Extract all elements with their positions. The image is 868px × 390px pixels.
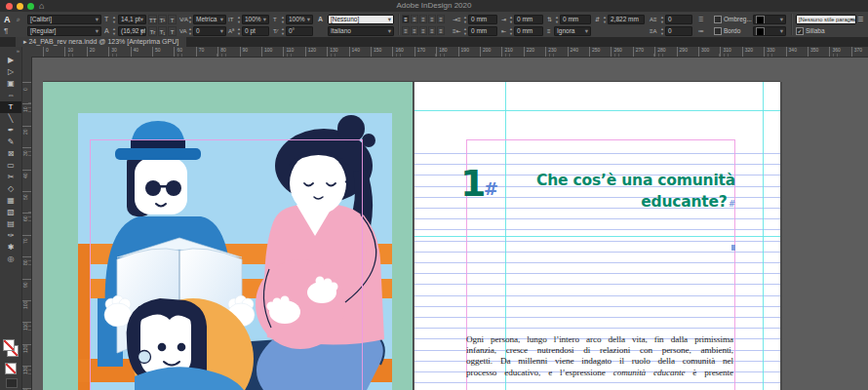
ruler-tick: 320 [742, 47, 764, 57]
panel-menu-icon[interactable]: ☰ [857, 15, 863, 24]
font-search-icon[interactable]: ⌕ [17, 15, 20, 24]
rectangle-frame-tool[interactable]: ⊠ [0, 148, 21, 160]
kerning-select[interactable]: ▾Metrica [193, 15, 226, 24]
hand-tool[interactable]: ✱ [0, 242, 21, 254]
apply-none-button[interactable] [5, 363, 17, 374]
last-line-indent-field[interactable]: 0 mm [514, 26, 543, 36]
ruler-tick: 30 [108, 47, 130, 57]
normal-view-button[interactable] [6, 378, 18, 388]
paragraph-style-select[interactable]: ▾[Nessuno stile paragrafo] [796, 15, 856, 24]
dropcap-chars-field[interactable]: 0 [665, 26, 692, 36]
page-tool[interactable]: ▣ [0, 78, 21, 90]
right-indent-field[interactable]: 0 mm [468, 26, 497, 36]
note-tool[interactable]: ▤ [0, 218, 21, 230]
vertical-scale-field[interactable]: ▾100% [242, 15, 269, 24]
ruler-tick: 80 [217, 47, 239, 57]
justify-last-center-button[interactable]: ≡ [402, 26, 410, 35]
body-text-frame[interactable]: Ogni persona, lungo l’intero arco della … [466, 334, 733, 378]
justify-all-button[interactable]: ≡ [437, 15, 445, 23]
hyphenate-checkbox[interactable]: ✓Sillaba [796, 26, 825, 36]
font-size-stepper[interactable]: ▲▼ [111, 15, 117, 24]
align-left-button[interactable]: ≡ [402, 15, 410, 23]
skew-field[interactable]: 0° [286, 26, 313, 36]
justify-last-left-button[interactable]: ≡ [428, 15, 436, 23]
line-tool[interactable]: ╲ [0, 113, 21, 125]
baseline-shift-field[interactable]: 0 pt [242, 26, 269, 36]
gap-tool[interactable]: ⇔ [0, 90, 21, 101]
right-page[interactable]: 1 # Che cos’è una comunità educante?# Og… [414, 82, 780, 390]
superscript-button[interactable]: T¹ [158, 15, 167, 24]
ruler-tick: 110 [283, 47, 304, 57]
fill-swatch-none[interactable] [3, 339, 15, 351]
type-tool[interactable]: T [0, 101, 21, 113]
ruler-tick: 100 [261, 47, 283, 57]
left-indent-field[interactable]: 0 mm [468, 15, 497, 24]
space-after-field[interactable]: 2,822 mm [608, 15, 645, 24]
zoom-tool[interactable]: ◎ [0, 254, 21, 265]
strikethrough-button[interactable]: T [168, 26, 177, 36]
align-right-button[interactable]: ≡ [419, 15, 427, 23]
align-center-button[interactable]: ≡ [411, 15, 418, 23]
bulleted-list-icon[interactable]: ☰ [698, 15, 703, 24]
ruler-tick: 270 [633, 47, 654, 57]
same-style-spacing-select[interactable]: ▾Ignora [554, 26, 591, 36]
scissors-tool[interactable]: ✂ [0, 172, 21, 183]
ruler-tick: 0 [21, 82, 31, 103]
leading-stepper[interactable]: ▲▼ [111, 26, 117, 36]
left-page[interactable] [43, 82, 413, 390]
direct-selection-tool[interactable]: ▷ [0, 66, 21, 78]
font-size-field[interactable]: ▾14,1 pt [118, 15, 146, 24]
all-caps-button[interactable]: TT [148, 15, 157, 24]
body-text-segment: Ogni persona, lungo l’intero arco della … [466, 334, 733, 344]
tab-arrow-icon: ▸ [23, 38, 27, 45]
horizontal-scale-field[interactable]: ▾100% [286, 15, 313, 24]
subscript-button[interactable]: T₁ [158, 26, 167, 36]
font-family-select[interactable]: ▾[Calibri] [27, 15, 101, 24]
ruler-tick: 290 [677, 47, 698, 57]
pen-tool[interactable]: ✒ [0, 125, 21, 136]
shading-checkbox[interactable]: Ombreg... [714, 15, 752, 24]
tracking-select[interactable]: ▾0 [193, 26, 226, 36]
align-to-spine-button[interactable]: ≡ [419, 26, 427, 35]
paragraph-formatting-icon[interactable]: ¶ [4, 26, 8, 36]
justify-last-right-button[interactable]: ≡ [411, 26, 418, 35]
gradient-swatch-tool[interactable]: ▦ [0, 195, 21, 207]
cyan-guide-horizontal[interactable] [414, 110, 780, 111]
dropcap-lines-field[interactable]: 0 [665, 15, 692, 24]
leading-field[interactable]: ▾(16,92 pt) [118, 26, 146, 36]
gradient-feather-tool[interactable]: ▧ [0, 207, 21, 218]
space-before-field[interactable]: 0 mm [560, 15, 591, 24]
horizontal-ruler[interactable]: 0102030405060708090100110120130140150160… [31, 47, 868, 58]
cyan-guide-vertical[interactable] [763, 82, 764, 390]
body-text-segment: processo educativo, e l’espressione [466, 368, 613, 377]
chapter-heading[interactable]: Che cos’è una comunità educante?# [466, 170, 735, 214]
border-checkbox[interactable]: Bordo [714, 26, 740, 36]
ruler-tick: 340 [786, 47, 808, 57]
balance-columns-button[interactable]: ≡ [437, 26, 445, 35]
free-transform-tool[interactable]: ◇ [0, 183, 21, 195]
ruler-tick: 90 [21, 279, 31, 300]
underline-button[interactable]: T [168, 15, 177, 24]
collapse-tools-icon[interactable]: » [0, 47, 21, 55]
tracking-icon: VA [179, 26, 187, 36]
vertical-ruler[interactable]: 0102030405060708090100110120130140 [21, 57, 32, 390]
rectangle-tool[interactable]: ▭ [0, 160, 21, 172]
pencil-tool[interactable]: ✎ [0, 136, 21, 148]
ruler-tick: 180 [436, 47, 457, 57]
align-away-spine-button[interactable]: ≡ [428, 26, 436, 35]
character-style-select[interactable]: ▾[Nessuno] [328, 15, 394, 24]
eyedropper-tool[interactable]: ✑ [0, 230, 21, 242]
font-style-select[interactable]: ▾[Regular] [27, 26, 101, 36]
numbered-list-icon[interactable]: ≔ [698, 26, 704, 36]
ruler-tick: 160 [392, 47, 414, 57]
border-color-select[interactable]: ▾ [753, 26, 786, 36]
language-select[interactable]: ▾Italiano [328, 26, 394, 36]
selection-tool[interactable]: ▶ [0, 55, 21, 66]
fill-stroke-swatches [3, 339, 19, 390]
shading-color-select[interactable]: ▾ [753, 15, 786, 24]
small-caps-button[interactable]: Tr [148, 26, 157, 36]
document-tab[interactable]: ▸ 24_PAB_rev nera.indd @ 123% [Anteprima… [16, 37, 186, 47]
character-formatting-icon[interactable]: A [4, 15, 11, 24]
ruler-tick: 30 [21, 147, 31, 169]
first-line-indent-field[interactable]: 0 mm [514, 15, 543, 24]
